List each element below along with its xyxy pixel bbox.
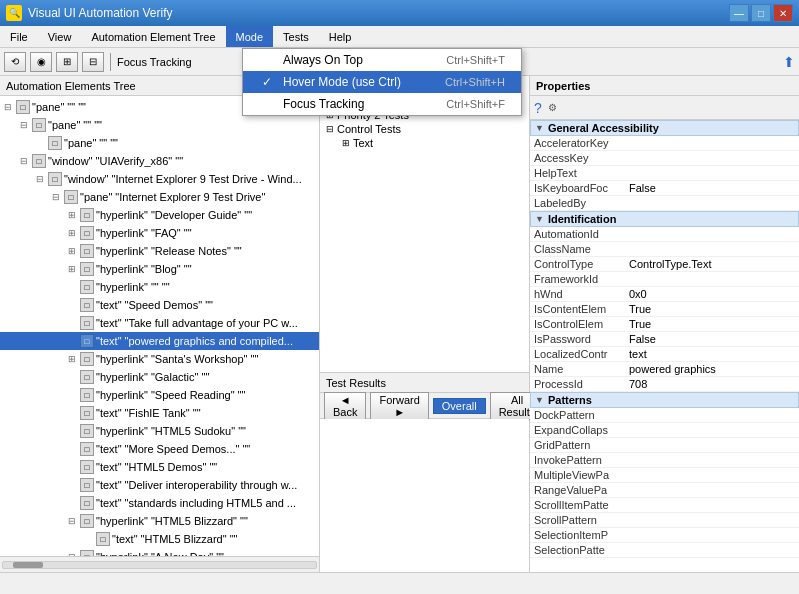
close-button[interactable]: ✕ <box>773 4 793 22</box>
tree-item[interactable]: ⊟ □ "window" "UIAVerify_x86" "" <box>0 152 319 170</box>
test-tree-item[interactable]: ⊟ Control Tests <box>324 122 525 136</box>
tree-container[interactable]: ⊟ □ "pane" "" "" ⊟ □ "pane" "" "" · □ "p… <box>0 96 319 556</box>
horizontal-scrollbar[interactable] <box>0 556 319 572</box>
tree-toggle[interactable]: ⊟ <box>16 153 32 169</box>
tree-item[interactable]: ⊞ □ "hyperlink" "FAQ" "" <box>0 224 319 242</box>
tree-item[interactable]: · □ "hyperlink" "" "" <box>0 278 319 296</box>
prop-name: AccessKey <box>530 151 625 165</box>
minimize-button[interactable]: — <box>729 4 749 22</box>
prop-row-hwnd: hWnd 0x0 <box>530 287 799 302</box>
tree-toggle: · <box>64 315 80 331</box>
tree-toggle: · <box>64 441 80 457</box>
check-hover-mode: ✓ <box>259 75 275 89</box>
prop-value: powered graphics <box>625 362 799 376</box>
prop-value <box>625 528 799 542</box>
tree-toggle[interactable]: ⊞ <box>64 243 80 259</box>
prop-name: Name <box>530 362 625 376</box>
toolbar-btn-collapse[interactable]: ⊟ <box>82 52 104 72</box>
tree-item[interactable]: ⊟ □ "pane" "Internet Explorer 9 Test Dri… <box>0 188 319 206</box>
tree-icon: □ <box>32 154 46 168</box>
tree-item[interactable]: ⊟ □ "hyperlink" "A New Day" "" <box>0 548 319 556</box>
dropdown-item-focus-tracking[interactable]: Focus Tracking Ctrl+Shift+F <box>243 93 521 115</box>
tree-item[interactable]: · □ "hyperlink" "Speed Reading" "" <box>0 386 319 404</box>
tree-item[interactable]: · □ "pane" "" "" <box>0 134 319 152</box>
tree-item[interactable]: ⊞ □ "hyperlink" "Santa's Workshop" "" <box>0 350 319 368</box>
section-title-identification: Identification <box>548 213 616 225</box>
toolbar-btn-target[interactable]: ◉ <box>30 52 52 72</box>
left-panel: Automation Elements Tree ⊟ □ "pane" "" "… <box>0 76 320 572</box>
tree-item[interactable]: ⊟ □ "window" "Internet Explorer 9 Test D… <box>0 170 319 188</box>
dropdown-item-hover-mode[interactable]: ✓ Hover Mode (use Ctrl) Ctrl+Shift+H <box>243 71 521 93</box>
tree-toggle[interactable]: ⊟ <box>64 549 80 556</box>
prop-row-automationid: AutomationId <box>530 227 799 242</box>
tree-item[interactable]: ⊞ □ "hyperlink" "Blog" "" <box>0 260 319 278</box>
tree-toggle[interactable]: ⊟ <box>0 99 16 115</box>
tree-item[interactable]: · □ "text" "HTML5 Blizzard" "" <box>0 530 319 548</box>
prop-row-helptext: HelpText <box>530 166 799 181</box>
test-tree-panel[interactable]: ⊞ Priority 0 Tests ⊞ Priority 1 Tests ⊞ … <box>320 76 529 372</box>
tree-item[interactable]: · □ "text" "Speed Demos" "" <box>0 296 319 314</box>
properties-help-icon[interactable]: ? <box>534 100 542 116</box>
tree-text: "hyperlink" "HTML5 Blizzard" "" <box>96 515 248 527</box>
tree-item[interactable]: · □ "text" "More Speed Demos..." "" <box>0 440 319 458</box>
prop-name: HelpText <box>530 166 625 180</box>
window-title: Visual UI Automation Verify <box>28 6 173 20</box>
prop-name: IsPassword <box>530 332 625 346</box>
tree-item[interactable]: · □ "text" "HTML5 Demos" "" <box>0 458 319 476</box>
toolbar-separator <box>110 53 111 71</box>
tree-item[interactable]: ⊟ □ "pane" "" "" <box>0 116 319 134</box>
tree-toggle[interactable]: ⊞ <box>64 225 80 241</box>
tree-item-selected[interactable]: · □ "text" "powered graphics and compile… <box>0 332 319 350</box>
tree-item[interactable]: ⊞ □ "hyperlink" "Release Notes" "" <box>0 242 319 260</box>
tree-text: "text" "Take full advantage of your PC w… <box>96 317 298 329</box>
maximize-button[interactable]: □ <box>751 4 771 22</box>
menu-mode[interactable]: Mode <box>226 26 274 47</box>
tree-text: "window" "Internet Explorer 9 Test Drive… <box>64 173 302 185</box>
prop-name: IsContentElem <box>530 302 625 316</box>
tree-icon: □ <box>80 316 94 330</box>
menu-help[interactable]: Help <box>319 26 362 47</box>
test-toggle[interactable]: ⊞ <box>342 138 350 148</box>
prop-name: AcceleratorKey <box>530 136 625 150</box>
dropdown-item-always-on-top[interactable]: Always On Top Ctrl+Shift+T <box>243 49 521 71</box>
menu-file[interactable]: File <box>0 26 38 47</box>
tree-item[interactable]: · □ "hyperlink" "Galactic" "" <box>0 368 319 386</box>
properties-settings-icon[interactable]: ⚙ <box>548 102 557 113</box>
tree-toggle[interactable]: ⊟ <box>64 513 80 529</box>
test-tree-item[interactable]: ⊞ Text <box>324 136 525 150</box>
mode-dropdown-menu: Always On Top Ctrl+Shift+T ✓ Hover Mode … <box>242 48 522 116</box>
tree-toggle[interactable]: ⊟ <box>48 189 64 205</box>
tree-toggle[interactable]: ⊟ <box>32 171 48 187</box>
prop-name: ScrollPattern <box>530 513 625 527</box>
forward-button[interactable]: Forward ► <box>370 392 428 420</box>
scrollbar-thumb[interactable] <box>13 562 43 568</box>
toolbar-btn-expand[interactable]: ⊞ <box>56 52 78 72</box>
back-button[interactable]: ◄ Back <box>324 392 366 420</box>
section-general-accessibility[interactable]: ▼ General Accessibility <box>530 120 799 136</box>
toolbar-btn-refresh[interactable]: ⟲ <box>4 52 26 72</box>
tree-item[interactable]: · □ "text" "Take full advantage of your … <box>0 314 319 332</box>
tree-item[interactable]: · □ "hyperlink" "HTML5 Sudoku" "" <box>0 422 319 440</box>
tree-toggle[interactable]: · <box>32 135 48 151</box>
tree-toggle[interactable]: ⊟ <box>16 117 32 133</box>
section-identification[interactable]: ▼ Identification <box>530 211 799 227</box>
menu-tests[interactable]: Tests <box>273 26 319 47</box>
tree-item[interactable]: · □ "text" "FishIE Tank" "" <box>0 404 319 422</box>
tree-item[interactable]: · □ "text" "standards including HTML5 an… <box>0 494 319 512</box>
test-toggle[interactable]: ⊟ <box>326 124 334 134</box>
prop-value <box>625 196 799 210</box>
section-patterns[interactable]: ▼ Patterns <box>530 392 799 408</box>
tree-toggle: · <box>64 387 80 403</box>
test-label: Control Tests <box>337 123 401 135</box>
tree-text: "pane" "" "" <box>64 137 118 149</box>
scrollbar-track[interactable] <box>2 561 317 569</box>
menu-automation-tree[interactable]: Automation Element Tree <box>81 26 225 47</box>
tab-overall[interactable]: Overall <box>433 398 486 414</box>
tree-item[interactable]: · □ "text" "Deliver interoperability thr… <box>0 476 319 494</box>
tree-toggle[interactable]: ⊞ <box>64 207 80 223</box>
tree-item[interactable]: ⊞ □ "hyperlink" "Developer Guide" "" <box>0 206 319 224</box>
tree-toggle[interactable]: ⊞ <box>64 261 80 277</box>
tree-item[interactable]: ⊟ □ "hyperlink" "HTML5 Blizzard" "" <box>0 512 319 530</box>
menu-view[interactable]: View <box>38 26 82 47</box>
tree-toggle[interactable]: ⊞ <box>64 351 80 367</box>
